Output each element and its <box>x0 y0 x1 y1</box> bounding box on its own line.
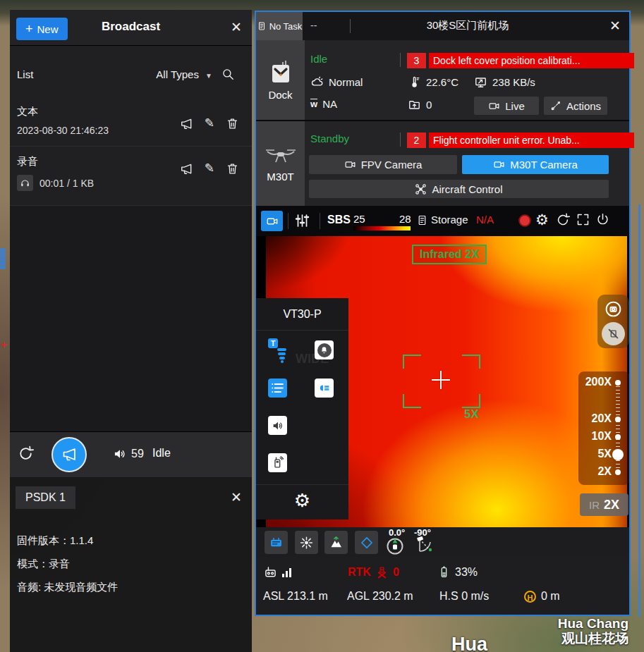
close-icon[interactable]: ✕ <box>231 491 242 504</box>
alarm-icon[interactable] <box>315 340 334 359</box>
playlist-icon[interactable] <box>268 379 287 398</box>
live-camera-icon <box>488 100 500 112</box>
edit-icon[interactable]: ✎ <box>205 162 214 176</box>
waypoint-button[interactable] <box>355 531 378 554</box>
asl-readout: ASL 213.1 m <box>263 590 328 603</box>
task-status[interactable]: No Task <box>256 12 303 40</box>
dock-alert-message[interactable]: Dock left cover position calibrati... <box>429 53 634 68</box>
dock-icon <box>267 59 295 85</box>
divider <box>288 213 288 229</box>
spotlight-icon[interactable] <box>315 379 334 398</box>
item-timestamp: 2023-08-30 21:46:23 <box>17 125 109 136</box>
rc-signal <box>263 565 291 580</box>
psdk-title: PSDK 1 <box>16 486 75 509</box>
zoom-level-200x[interactable]: 200X <box>578 376 629 390</box>
divider <box>400 53 401 67</box>
close-icon[interactable]: ✕ <box>231 20 242 34</box>
palette-temp-low: 25 <box>353 213 365 225</box>
aircraft-alert-message[interactable]: Flight controller unit error. Unab... <box>429 133 634 148</box>
sbs-mode-label[interactable]: SBS <box>327 214 351 226</box>
palette-temp-high: 28 <box>399 213 411 225</box>
type-filter-dropdown[interactable]: All Types ▼ <box>156 68 212 80</box>
drone-icon <box>265 145 297 166</box>
camera-recenter-icon[interactable] <box>602 297 625 321</box>
camera-toolbar: SBS 25 28 Storage N/A ⚙ <box>256 206 629 236</box>
power-icon[interactable] <box>595 212 610 227</box>
broadcast-header: + New Broadcast ✕ <box>10 10 252 46</box>
record-button[interactable] <box>518 214 531 227</box>
tts-broadcast-icon[interactable]: T <box>268 338 291 364</box>
divider <box>320 213 320 229</box>
fullscreen-icon[interactable] <box>576 212 590 227</box>
drone-icon <box>415 183 427 195</box>
divider <box>400 133 401 147</box>
capture-mode-button[interactable] <box>261 211 283 231</box>
broadcast-play-icon[interactable] <box>179 117 193 131</box>
dock-tab[interactable]: Dock <box>256 40 305 120</box>
speaker-icon[interactable] <box>268 416 287 435</box>
aircraft-tab[interactable]: M30T <box>256 121 305 206</box>
telemetry-bar: RTK 0 33% ASL 213.1 m AGL 230.2 m H.S 0 … <box>256 557 629 615</box>
refresh-icon[interactable] <box>17 445 35 462</box>
storage-label: Storage <box>431 214 468 226</box>
volume-control[interactable]: 59 <box>113 447 144 461</box>
close-icon[interactable]: ✕ <box>609 19 621 32</box>
compass-icon[interactable] <box>385 536 405 558</box>
broadcast-list-item[interactable]: 录音 00:01 / 1 KB ✎ <box>10 147 252 205</box>
dock-wind: w NA <box>310 98 337 110</box>
reticle-zoom-label: 5X <box>464 407 479 422</box>
ir-zoom-toggle[interactable]: IR 2X <box>580 493 628 516</box>
dock-alert-count[interactable]: 3 <box>407 53 426 68</box>
app-root: + Hua Chang 观山桂花场 Hua + New Broadcast ✕ … <box>0 0 644 652</box>
wind-icon: w <box>310 99 317 109</box>
broadcast-list-item[interactable]: 文本 2023-08-30 21:46:23 ✎ <box>10 97 252 146</box>
camera-settings-sliders-icon[interactable] <box>293 212 310 229</box>
delete-icon[interactable] <box>226 117 239 131</box>
m30t-camera-button[interactable]: M30T Camera <box>462 155 609 174</box>
site-name: 30楼S区门前机场 <box>362 19 573 32</box>
search-icon[interactable] <box>221 68 235 81</box>
battery-status[interactable]: 33% <box>437 565 478 579</box>
player-bar: 59 Idle <box>10 431 252 478</box>
dock-temperature: 22.6°C <box>408 75 458 89</box>
fpv-camera-button[interactable]: FPV Camera <box>309 155 457 174</box>
network-icon <box>474 75 487 89</box>
weather-icon <box>310 75 324 89</box>
speaker-icon <box>113 447 127 461</box>
sd-card-icon <box>416 214 428 226</box>
refresh-stream-icon[interactable] <box>555 212 571 228</box>
camera-mode-badge: Infrared 2X <box>412 245 487 264</box>
rtk-status[interactable]: RTK 0 <box>348 565 399 579</box>
agl-readout: AGL 230.2 m <box>347 590 413 603</box>
reticle-corner <box>462 355 480 369</box>
terrain-follow-button[interactable] <box>324 531 348 554</box>
dock-live-button[interactable]: Live <box>474 97 539 115</box>
gear-icon[interactable]: ⚙ <box>256 490 348 512</box>
aircraft-control-button[interactable]: Aircraft Control <box>309 180 609 198</box>
thermal-palette-bar[interactable] <box>353 226 411 230</box>
walkie-talkie-icon[interactable] <box>268 453 287 472</box>
psdk-panel: PSDK 1 ✕ 固件版本：1.1.4 模式：录音 音频: 未发现音频文件 <box>10 477 252 652</box>
edit-icon[interactable]: ✎ <box>205 117 214 131</box>
delete-icon[interactable] <box>226 162 239 176</box>
zoom-level-20x[interactable]: 20X <box>578 412 629 426</box>
zoom-level-5x-active[interactable]: 5X <box>578 448 629 462</box>
map-marker-blue <box>0 248 6 269</box>
zoom-level-2x[interactable]: 2X <box>578 465 629 479</box>
aircraft-alert-count[interactable]: 2 <box>407 133 426 148</box>
broadcast-play-icon[interactable] <box>179 162 193 176</box>
dock-label: Dock <box>268 89 292 101</box>
capture-disabled-icon[interactable] <box>602 322 625 345</box>
camera-viewport[interactable]: Infrared 2X VT30-P WIDE T <box>256 236 629 527</box>
gimbal-pitch-icon[interactable] <box>414 536 435 558</box>
beacon-strobe-button[interactable] <box>295 531 318 554</box>
broadcast-start-button[interactable] <box>51 437 87 472</box>
item-title: 录音 <box>17 155 38 168</box>
map-marker-plus: + <box>1 338 7 350</box>
zoom-level-10x[interactable]: 10X <box>578 430 629 444</box>
gear-icon[interactable]: ⚙ <box>535 211 549 228</box>
device-header: No Task -- 30楼S区门前机场 ✕ <box>256 12 629 40</box>
dock-actions-button[interactable]: Actions <box>544 97 607 115</box>
battery-icon <box>437 565 451 579</box>
psdk-payload-button[interactable] <box>265 531 288 554</box>
